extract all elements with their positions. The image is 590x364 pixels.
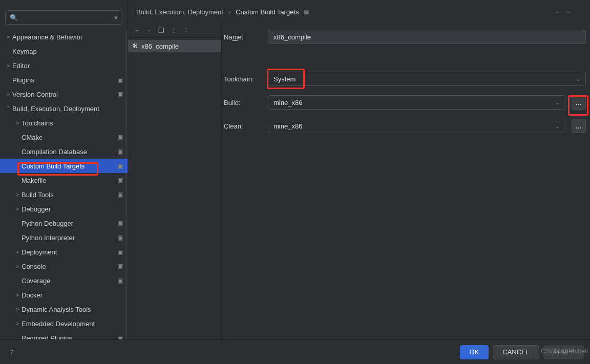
add-target-icon[interactable]: ＋ xyxy=(132,26,141,35)
settings-tree: >Appearance & BehaviorKeymap>EditorPlugi… xyxy=(0,30,128,339)
sidebar-item-cmake[interactable]: CMake▣ xyxy=(0,130,128,144)
cancel-button[interactable]: CANCEL xyxy=(493,345,539,359)
chevron-icon: > xyxy=(13,192,22,198)
chevron-icon: > xyxy=(4,34,12,40)
sidebar-item-coverage[interactable]: Coverage▣ xyxy=(0,273,128,288)
tree-label: Build Tools xyxy=(22,191,114,199)
tree-label: Python Interpreter xyxy=(22,234,114,242)
clean-select[interactable]: mine_x86 ⌄ xyxy=(268,119,565,133)
settings-search[interactable]: 🔍 ▾ xyxy=(5,10,122,25)
clean-browse-button[interactable]: … xyxy=(572,119,586,133)
nav-arrows: ← → xyxy=(554,8,572,16)
search-input[interactable] xyxy=(21,14,114,22)
sidebar-item-python-interpreter[interactable]: Python Interpreter▣ xyxy=(0,230,128,245)
chevron-icon: > xyxy=(13,264,22,269)
tree-label: Docker xyxy=(22,291,114,299)
tree-label: Required Plugins xyxy=(22,334,114,340)
build-select[interactable]: mine_x86 ⌄ xyxy=(268,95,565,110)
tree-label: Console xyxy=(22,263,114,270)
sidebar-item-version-control[interactable]: >Version Control▣ xyxy=(0,87,128,101)
scrollbar[interactable] xyxy=(125,30,128,339)
tree-label: Embedded Development xyxy=(22,320,114,328)
breadcrumb-part1: Build, Execution, Deployment xyxy=(136,8,223,16)
toolchain-label: Toolchain: xyxy=(224,75,262,83)
sidebar-item-keymap[interactable]: Keymap xyxy=(0,44,128,58)
tree-label: Deployment xyxy=(22,248,114,256)
chevron-icon: > xyxy=(13,307,22,312)
dialog-buttons: ? OK CANCEL APPLY xyxy=(0,339,590,364)
tree-label: Version Control xyxy=(12,91,114,98)
move-up-icon: ↥ xyxy=(169,26,178,35)
sidebar-item-editor[interactable]: >Editor xyxy=(0,58,128,73)
sidebar-item-debugger[interactable]: >Debugger xyxy=(0,202,128,216)
build-target-icon: 🛠 xyxy=(132,42,138,50)
sidebar-item-toolchains[interactable]: >Toolchains xyxy=(0,116,128,130)
chevron-down-icon: ⌄ xyxy=(555,99,560,106)
copy-target-icon[interactable]: ❐ xyxy=(157,26,166,35)
toolchain-select[interactable]: System ⌄ xyxy=(268,72,586,86)
project-scope-icon: ▣ xyxy=(116,334,123,339)
sidebar-item-dynamic-analysis-tools[interactable]: >Dynamic Analysis Tools xyxy=(0,302,128,316)
sidebar-item-deployment[interactable]: >Deployment▣ xyxy=(0,245,128,259)
tree-label: Makefile xyxy=(22,177,114,184)
sidebar-item-appearance-behavior[interactable]: >Appearance & Behavior xyxy=(0,30,128,44)
tree-label: Editor xyxy=(12,62,114,70)
chevron-icon: ˅ xyxy=(4,106,12,112)
sidebar-item-build-execution-deployment[interactable]: ˅Build, Execution, Deployment xyxy=(0,101,128,116)
settings-sidebar: 🔍 ▾ >Appearance & BehaviorKeymap>EditorP… xyxy=(0,0,128,339)
tree-label: Custom Build Targets xyxy=(22,162,114,170)
chevron-icon: > xyxy=(13,292,22,298)
sidebar-item-required-plugins[interactable]: Required Plugins▣ xyxy=(0,331,128,339)
remove-target-icon[interactable]: － xyxy=(144,26,154,35)
search-caret-icon: ▾ xyxy=(114,14,118,22)
sidebar-item-makefile[interactable]: Makefile▣ xyxy=(0,173,128,187)
ok-button[interactable]: OK xyxy=(460,345,489,359)
tree-label: Appearance & Behavior xyxy=(12,33,114,41)
tree-label: Debugger xyxy=(22,205,114,213)
tree-label: Coverage xyxy=(22,277,114,285)
build-label: Build: xyxy=(224,99,262,106)
project-scope-icon: ▣ xyxy=(116,148,123,155)
chevron-icon: > xyxy=(4,63,12,69)
chevron-down-icon: ⌄ xyxy=(576,76,580,82)
tree-label: Python Debugger xyxy=(22,220,114,227)
sidebar-item-python-debugger[interactable]: Python Debugger▣ xyxy=(0,216,128,230)
chevron-down-icon: ⌄ xyxy=(555,123,560,130)
sidebar-item-plugins[interactable]: Plugins▣ xyxy=(0,73,128,87)
breadcrumb-separator-icon: › xyxy=(228,8,230,16)
clean-label: Clean: xyxy=(224,122,262,130)
project-scope-icon: ▣ xyxy=(116,177,123,184)
build-browse-button[interactable]: … xyxy=(572,95,586,110)
project-scope-icon: ▣ xyxy=(116,162,123,169)
help-icon[interactable]: ? xyxy=(6,347,17,358)
project-scope-icon: ▣ xyxy=(116,134,123,141)
tree-label: Plugins xyxy=(12,76,114,84)
project-scope-icon: ▣ xyxy=(116,91,123,98)
target-form: Name: Toolchain: System ⌄ xyxy=(222,24,590,339)
tree-label: Build, Execution, Deployment xyxy=(12,105,114,113)
move-down-icon: ↧ xyxy=(181,26,191,35)
sidebar-item-custom-build-targets[interactable]: Custom Build Targets▣ xyxy=(0,159,128,173)
nav-forward-icon[interactable]: → xyxy=(565,8,572,16)
project-scope-icon: ▣ xyxy=(116,76,123,83)
target-label: x86_compile xyxy=(141,42,179,50)
target-item[interactable]: 🛠x86_compile xyxy=(128,40,221,52)
project-scope-icon: ▣ xyxy=(116,234,123,241)
name-input[interactable] xyxy=(268,30,586,44)
nav-back-icon[interactable]: ← xyxy=(554,8,561,16)
tree-label: Keymap xyxy=(12,48,114,55)
name-label: Name: xyxy=(224,33,262,41)
sidebar-item-console[interactable]: >Console▣ xyxy=(0,259,128,273)
sidebar-item-compilation-database[interactable]: Compilation Database▣ xyxy=(0,144,128,159)
targets-toolbar: ＋ － ❐ ↥ ↧ xyxy=(128,24,221,38)
sidebar-item-docker[interactable]: >Docker xyxy=(0,288,128,302)
chevron-icon: > xyxy=(13,249,22,255)
chevron-icon: > xyxy=(4,92,12,97)
project-scope-icon: ▣ xyxy=(116,248,123,255)
project-scope-icon: ▣ xyxy=(116,220,123,227)
chevron-icon: > xyxy=(13,120,22,126)
sidebar-item-embedded-development[interactable]: >Embedded Development xyxy=(0,316,128,331)
breadcrumb-bar: Build, Execution, Deployment › Custom Bu… xyxy=(128,0,590,24)
sidebar-item-build-tools[interactable]: >Build Tools▣ xyxy=(0,187,128,202)
breadcrumb-part2: Custom Build Targets xyxy=(236,8,299,16)
